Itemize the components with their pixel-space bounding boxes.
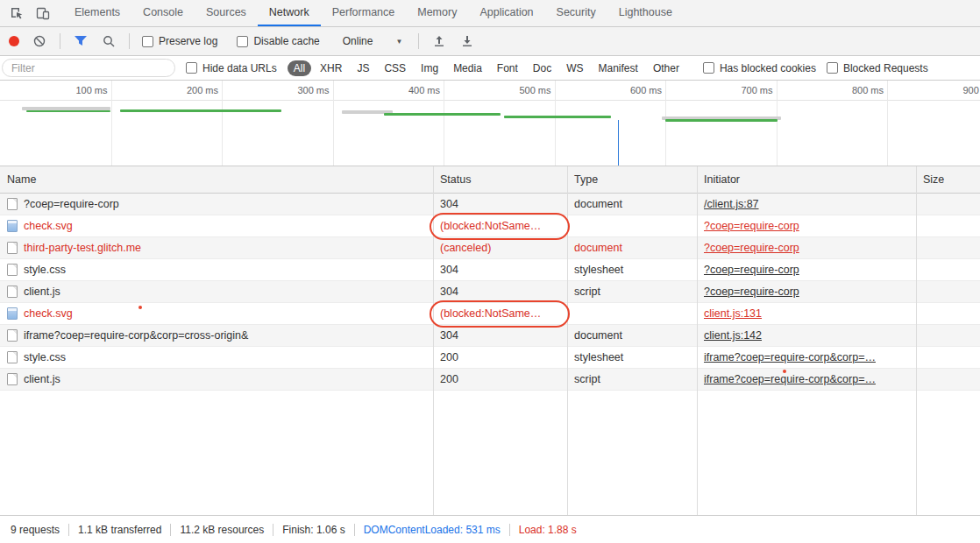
initiator-link[interactable]: client.js:131 bbox=[704, 307, 762, 320]
filter-type-ws[interactable]: WS bbox=[560, 60, 589, 76]
tab-network[interactable]: Network bbox=[258, 0, 321, 26]
image-file-icon bbox=[7, 220, 18, 232]
request-status-cell: 304 bbox=[433, 325, 567, 346]
initiator-link[interactable]: ?coep=require-corp bbox=[704, 220, 799, 232]
filter-type-xhr[interactable]: XHR bbox=[314, 60, 348, 76]
column-header-name[interactable]: Name bbox=[0, 166, 433, 193]
summary-resources: 11.2 kB resources bbox=[170, 524, 273, 536]
has-blocked-cookies-label: Has blocked cookies bbox=[720, 62, 816, 74]
has-blocked-cookies-checkbox[interactable]: Has blocked cookies bbox=[703, 62, 816, 74]
blocked-requests-checkbox[interactable]: Blocked Requests bbox=[827, 62, 928, 74]
request-initiator-cell: client.js:131 bbox=[697, 303, 916, 324]
request-row-1[interactable]: ?coep=require-corp304document/client.js:… bbox=[0, 194, 980, 215]
request-size-cell bbox=[916, 237, 980, 258]
request-row-4[interactable]: style.css304stylesheet?coep=require-corp bbox=[0, 259, 980, 281]
filter-type-media[interactable]: Media bbox=[447, 60, 488, 76]
initiator-link[interactable]: iframe?coep=require-corp&corp=… bbox=[704, 373, 876, 385]
request-type-cell: stylesheet bbox=[567, 347, 697, 368]
request-type-cell: document bbox=[567, 194, 697, 215]
tab-security[interactable]: Security bbox=[545, 0, 607, 26]
checkbox-box bbox=[237, 36, 248, 47]
disable-cache-checkbox[interactable]: Disable cache bbox=[237, 35, 319, 47]
request-name-cell: ?coep=require-corp bbox=[0, 194, 433, 215]
tab-elements[interactable]: Elements bbox=[63, 0, 131, 26]
column-header-initiator[interactable]: Initiator bbox=[697, 166, 916, 193]
initiator-link[interactable]: client.js:142 bbox=[704, 329, 762, 342]
image-file-icon bbox=[7, 307, 18, 320]
hide-data-urls-checkbox[interactable]: Hide data URLs bbox=[186, 62, 277, 74]
search-icon[interactable] bbox=[101, 33, 117, 49]
filter-input[interactable] bbox=[2, 59, 175, 77]
throttling-select[interactable]: Online ▼ bbox=[339, 35, 407, 47]
request-status: 200 bbox=[440, 373, 458, 385]
devtools-window: ElementsConsoleSourcesNetworkPerformance… bbox=[0, 0, 980, 543]
request-row-9[interactable]: client.js200scriptiframe?coep=require-co… bbox=[0, 369, 980, 391]
summary-load-time: Load: 1.88 s bbox=[509, 524, 586, 536]
request-name: style.css bbox=[24, 264, 66, 276]
hide-data-urls-label: Hide data URLs bbox=[202, 62, 277, 74]
filter-type-other[interactable]: Other bbox=[647, 60, 685, 76]
record-button[interactable] bbox=[9, 36, 19, 46]
timeline-overview[interactable]: 100 ms200 ms300 ms400 ms500 ms600 ms700 … bbox=[0, 81, 980, 166]
initiator-link[interactable]: ?coep=require-corp bbox=[704, 264, 799, 276]
overview-gridline bbox=[333, 81, 334, 166]
request-type-cell: document bbox=[567, 237, 697, 258]
document-file-icon bbox=[7, 329, 18, 342]
filter-type-css[interactable]: CSS bbox=[378, 60, 412, 76]
request-type-cell: script bbox=[567, 369, 697, 390]
preserve-log-checkbox[interactable]: Preserve log bbox=[142, 35, 217, 47]
request-status: (blocked:NotSame… bbox=[440, 220, 541, 232]
overview-tick-label: 900 ms bbox=[942, 85, 980, 95]
resource-type-filters: AllXHRJSCSSImgMediaFontDocWSManifestOthe… bbox=[288, 60, 685, 76]
column-header-size[interactable]: Size bbox=[916, 166, 980, 193]
filter-bar: Hide data URLs AllXHRJSCSSImgMediaFontDo… bbox=[0, 56, 980, 81]
column-header-type[interactable]: Type bbox=[567, 166, 697, 193]
tab-lighthouse[interactable]: Lighthouse bbox=[607, 0, 684, 26]
clear-button[interactable] bbox=[32, 33, 47, 49]
summary-dom-content-loaded: DOMContentLoaded: 531 ms bbox=[354, 524, 509, 536]
initiator-link[interactable]: ?coep=require-corp bbox=[704, 242, 799, 254]
request-status: (canceled) bbox=[440, 242, 491, 254]
filter-toggle-icon[interactable] bbox=[73, 33, 89, 49]
request-status-cell: (blocked:NotSame… bbox=[433, 215, 567, 236]
overview-tick-label: 600 ms bbox=[609, 85, 662, 95]
request-row-7[interactable]: iframe?coep=require-corp&corp=cross-orig… bbox=[0, 325, 980, 347]
import-har-icon[interactable] bbox=[431, 33, 447, 49]
filter-type-doc[interactable]: Doc bbox=[527, 60, 557, 76]
column-header-status[interactable]: Status bbox=[433, 166, 567, 193]
export-har-icon[interactable] bbox=[459, 33, 475, 49]
waterfall-bar bbox=[504, 116, 611, 118]
initiator-link[interactable]: ?coep=require-corp bbox=[704, 286, 799, 298]
tab-sources[interactable]: Sources bbox=[195, 0, 258, 26]
request-name-cell: iframe?coep=require-corp&corp=cross-orig… bbox=[0, 325, 433, 346]
waterfall-bar bbox=[384, 113, 501, 116]
filter-type-img[interactable]: Img bbox=[415, 60, 444, 76]
tab-application[interactable]: Application bbox=[468, 0, 544, 26]
tab-performance[interactable]: Performance bbox=[321, 0, 407, 26]
request-row-8[interactable]: style.css200stylesheetiframe?coep=requir… bbox=[0, 347, 980, 369]
initiator-link[interactable]: iframe?coep=require-corp&corp=… bbox=[704, 351, 876, 363]
document-file-icon bbox=[7, 198, 18, 210]
device-toolbar-icon[interactable] bbox=[35, 5, 51, 21]
request-name: third-party-test.glitch.me bbox=[24, 242, 141, 254]
request-status: (blocked:NotSame… bbox=[440, 307, 541, 320]
request-row-5[interactable]: client.js304script?coep=require-corp bbox=[0, 281, 980, 303]
filter-type-font[interactable]: Font bbox=[491, 60, 524, 76]
filter-type-all[interactable]: All bbox=[288, 60, 311, 76]
request-row-3[interactable]: third-party-test.glitch.me(canceled)docu… bbox=[0, 237, 980, 259]
filter-type-js[interactable]: JS bbox=[351, 60, 375, 76]
requests-table-body: ?coep=require-corp304document/client.js:… bbox=[0, 194, 980, 391]
initiator-link[interactable]: /client.js:87 bbox=[704, 198, 759, 210]
overview-tick-label: 400 ms bbox=[387, 85, 440, 95]
request-type-cell bbox=[567, 303, 697, 324]
request-status-cell: 304 bbox=[433, 194, 567, 215]
request-name-cell: style.css bbox=[0, 347, 433, 368]
inspect-element-icon[interactable] bbox=[9, 5, 25, 21]
tab-console[interactable]: Console bbox=[131, 0, 195, 26]
tab-memory[interactable]: Memory bbox=[406, 0, 468, 26]
filter-type-manifest[interactable]: Manifest bbox=[593, 60, 644, 76]
request-row-6[interactable]: check.svg(blocked:NotSame…client.js:131 bbox=[0, 303, 980, 325]
request-row-2[interactable]: check.svg(blocked:NotSame…?coep=require-… bbox=[0, 215, 980, 237]
document-file-icon bbox=[7, 373, 18, 385]
request-size-cell bbox=[916, 194, 980, 215]
